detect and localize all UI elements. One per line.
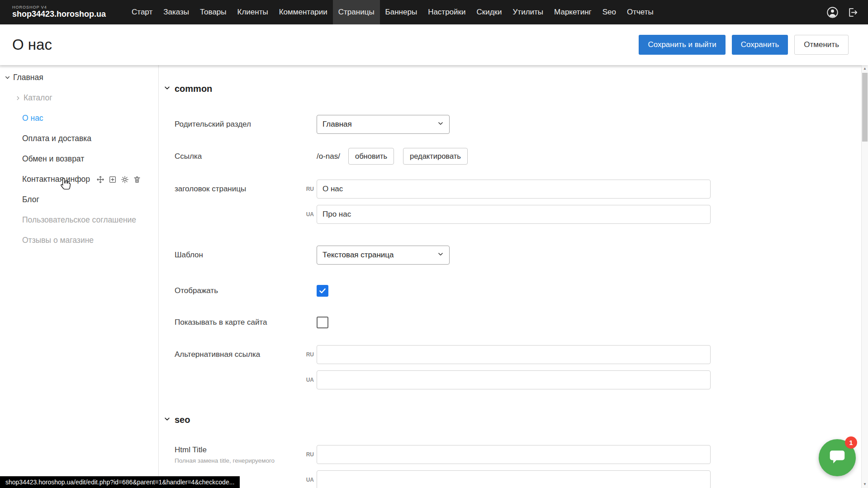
page-title: О нас: [12, 36, 52, 53]
lang-badge-ru: RU: [303, 186, 314, 192]
main-menu: Старт Заказы Товары Клиенты Комментарии …: [126, 0, 659, 24]
field-label: Html Title: [175, 445, 310, 455]
html-title-ua-input[interactable]: [317, 470, 711, 488]
page-title-ru-input[interactable]: [317, 180, 711, 199]
html-title-ua-row: UA: [164, 470, 868, 488]
nav-item-seo[interactable]: Seo: [597, 0, 621, 24]
edit-link-button[interactable]: редактировать: [403, 148, 468, 165]
page-header: О нас Сохранить и выйти Сохранить Отмени…: [0, 24, 868, 65]
nav-item-marketing[interactable]: Маркетинг: [549, 0, 597, 24]
field-label: Отображать: [175, 286, 317, 295]
content-area: Главная Каталог О нас Оплата и доставка …: [0, 65, 868, 488]
chevron-down-icon[interactable]: [5, 75, 10, 81]
display-row: Отображать: [164, 285, 868, 297]
tree-item-label: Блог: [22, 195, 39, 204]
parent-section-row: Родительский раздел Главная: [164, 115, 868, 134]
lang-badge-ua: UA: [303, 211, 314, 218]
nav-item-banners[interactable]: Баннеры: [380, 0, 423, 24]
sidebar-item-catalog[interactable]: Каталог: [0, 88, 158, 108]
section-title: common: [175, 84, 212, 94]
page-title-ru-row: заголовок страницы RU: [164, 180, 868, 199]
vertical-scrollbar[interactable]: ▲ ▼: [861, 65, 868, 488]
nav-item-reports[interactable]: Отчеты: [621, 0, 659, 24]
chat-launcher-button[interactable]: 1: [819, 439, 856, 476]
cancel-button[interactable]: Отменить: [794, 35, 849, 55]
nav-item-pages[interactable]: Страницы: [333, 0, 380, 24]
tree-item-label: Пользовательское соглашение: [22, 215, 136, 225]
refresh-link-button[interactable]: обновить: [348, 148, 394, 165]
lang-badge-ua: UA: [303, 477, 314, 483]
tree-item-hover-actions: [96, 175, 141, 184]
chat-bubble-icon: [828, 448, 846, 468]
template-select[interactable]: Текстовая страница: [317, 246, 450, 265]
nav-item-start[interactable]: Старт: [126, 0, 158, 24]
status-url-tooltip: shop34423.horoshop.ua/edit/edit.php?id=6…: [0, 476, 240, 488]
section-seo-header[interactable]: seo: [164, 415, 868, 425]
move-icon[interactable]: [96, 175, 104, 184]
add-subpage-icon[interactable]: [109, 175, 117, 184]
nav-item-products[interactable]: Товары: [194, 0, 232, 24]
logo-domain-text: shop34423.horoshop.ua: [12, 10, 106, 19]
save-button[interactable]: Сохранить: [732, 35, 788, 55]
nav-item-clients[interactable]: Клиенты: [232, 0, 274, 24]
sitemap-row: Показывать в карте сайта: [164, 317, 868, 328]
sidebar-item-payment-delivery[interactable]: Оплата и доставка: [0, 128, 158, 149]
chat-unread-badge: 1: [845, 436, 857, 449]
sidebar-item-user-agreement[interactable]: Пользовательское соглашение: [0, 210, 158, 230]
sidebar-item-exchange-return[interactable]: Обмен и возврат: [0, 149, 158, 169]
link-row: Ссылка /o-nas/ обновить редактировать: [164, 148, 868, 165]
page-title-ua-input[interactable]: [317, 205, 711, 224]
settings-gear-icon[interactable]: [121, 175, 129, 184]
chevron-down-icon: [437, 120, 444, 129]
chevron-down-icon: [164, 85, 171, 93]
scrollbar-thumb[interactable]: [862, 73, 868, 142]
field-label: Ссылка: [175, 152, 317, 161]
tree-item-label: Каталог: [24, 93, 52, 103]
html-title-ru-input[interactable]: [317, 445, 711, 464]
save-and-exit-button[interactable]: Сохранить и выйти: [639, 35, 725, 55]
sidebar-item-contact-info[interactable]: Контактная инфор: [0, 169, 158, 190]
link-actions: обновить редактировать: [348, 148, 468, 165]
pages-tree-sidebar: Главная Каталог О нас Оплата и доставка …: [0, 65, 159, 488]
nav-item-comments[interactable]: Комментарии: [274, 0, 333, 24]
scroll-up-arrow-icon[interactable]: ▲: [862, 65, 868, 72]
select-value: Текстовая страница: [323, 251, 394, 260]
chevron-down-icon: [164, 416, 171, 424]
parent-section-select[interactable]: Главная: [317, 115, 450, 134]
field-label: Показывать в карте сайта: [175, 318, 317, 327]
alt-link-ru-input[interactable]: [317, 345, 711, 364]
chevron-down-icon: [437, 251, 444, 260]
section-common-header[interactable]: common: [164, 84, 868, 94]
field-label: Альтернативная ссылка: [175, 350, 317, 359]
delete-trash-icon[interactable]: [133, 175, 141, 184]
field-label: Родительский раздел: [175, 120, 317, 129]
nav-item-utilities[interactable]: Утилиты: [508, 0, 549, 24]
tree-item-label: Обмен и возврат: [22, 154, 84, 164]
alt-link-ru-row: Альтернативная ссылка RU: [164, 345, 868, 364]
scroll-down-arrow-icon[interactable]: ▼: [862, 481, 868, 488]
sidebar-item-about[interactable]: О нас: [0, 108, 158, 128]
app-logo[interactable]: HOROSHOP V4 shop34423.horoshop.ua: [12, 5, 106, 19]
nav-item-settings[interactable]: Настройки: [422, 0, 471, 24]
sitemap-checkbox[interactable]: [317, 317, 328, 328]
alt-link-ua-row: UA: [164, 370, 868, 389]
lang-badge-ua: UA: [303, 377, 314, 383]
status-url-text: shop34423.horoshop.ua/edit/edit.php?id=6…: [5, 479, 234, 486]
tree-item-label: Оплата и доставка: [22, 134, 91, 143]
template-row: Шаблон Текстовая страница: [164, 246, 868, 265]
chevron-right-icon[interactable]: [15, 95, 21, 101]
alt-link-ua-input[interactable]: [317, 370, 711, 389]
sidebar-item-store-reviews[interactable]: Отзывы о магазине: [0, 230, 158, 251]
sidebar-item-home[interactable]: Главная: [0, 67, 158, 88]
logout-icon[interactable]: [847, 7, 858, 18]
nav-item-orders[interactable]: Заказы: [158, 0, 194, 24]
nav-item-discounts[interactable]: Скидки: [471, 0, 507, 24]
page-url-path: /o-nas/: [317, 152, 340, 161]
display-checkbox[interactable]: [317, 285, 328, 297]
tree-item-label: Отзывы о магазине: [22, 236, 94, 245]
account-icon[interactable]: [826, 6, 839, 19]
page-title-ua-row: UA: [164, 205, 868, 224]
page-edit-form: common Родительский раздел Главная Ссылк…: [159, 65, 868, 488]
sidebar-item-blog[interactable]: Блог: [0, 190, 158, 210]
tree-item-label: Контактная инфор: [22, 175, 90, 184]
